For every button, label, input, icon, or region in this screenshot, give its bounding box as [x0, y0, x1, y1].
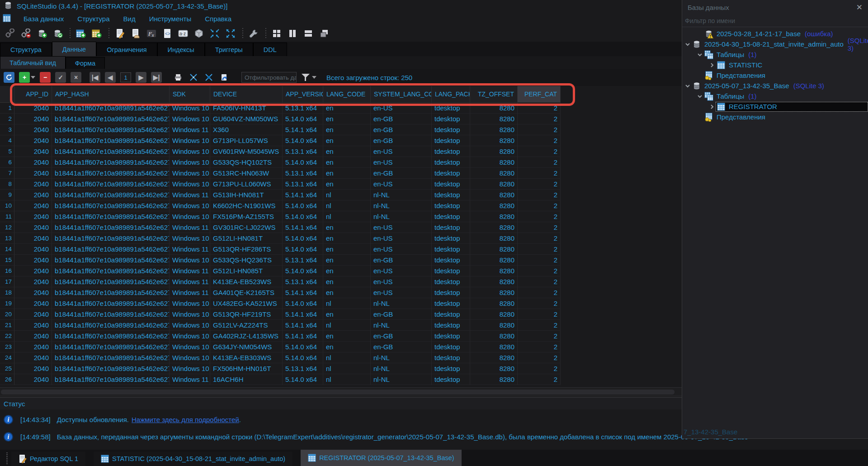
cell-perf_cat[interactable]: 2	[518, 374, 561, 385]
cell-app_hash[interactable]: b18441a1ff607e10a989891a5462e627	[52, 276, 170, 287]
cell-device[interactable]: G512LV-AZ224TS	[210, 320, 283, 331]
cell-app_hash[interactable]: b18441a1ff607e10a989891a5462e627	[52, 179, 170, 190]
cell-perf_cat[interactable]: 2	[518, 103, 561, 114]
cell-tz_offset[interactable]: 8280	[470, 222, 518, 233]
cell-lang_pack[interactable]: tdesktop	[432, 222, 470, 233]
cell-app_hash[interactable]: b18441a1ff607e10a989891a5462e627	[52, 157, 170, 168]
cell-perf_cat[interactable]: 2	[518, 298, 561, 309]
cell-app_version[interactable]: 5.13.1 x64	[283, 276, 323, 287]
add-row-dropdown-icon[interactable]	[31, 76, 35, 79]
cell-sdk[interactable]: Windows 11	[170, 276, 210, 287]
cell-app_id[interactable]: 2040	[14, 331, 52, 342]
cell-app_version[interactable]: 5.13.1 x64	[283, 179, 323, 190]
cell-perf_cat[interactable]: 2	[518, 363, 561, 374]
refresh-data-icon[interactable]	[4, 72, 14, 83]
cell-perf_cat[interactable]: 2	[518, 168, 561, 179]
column-header-app_version[interactable]: APP_VERSION	[283, 86, 323, 103]
row-number[interactable]: 7	[0, 168, 14, 179]
cell-app_id[interactable]: 2040	[14, 309, 52, 320]
cell-sdk[interactable]: Windows 10	[170, 233, 210, 244]
cell-lang_pack[interactable]: tdesktop	[432, 331, 470, 342]
cell-lang_code[interactable]: en	[323, 342, 371, 352]
cell-tz_offset[interactable]: 8280	[470, 103, 518, 114]
cell-perf_cat[interactable]: 2	[518, 190, 561, 200]
cell-app_version[interactable]: 5.14.1 x64	[283, 287, 323, 298]
cell-device[interactable]: K6602HC-N1901WS	[210, 200, 283, 211]
cell-app_id[interactable]: 2040	[14, 233, 52, 244]
database-reload-icon[interactable]	[52, 28, 64, 39]
bottom-tab-registrator[interactable]: REGISTRATOR (2025-05-07_13-42-35_Base)	[301, 450, 461, 466]
cell-sdk[interactable]: Windows 10	[170, 363, 210, 374]
prev-row-icon[interactable]: ◀	[105, 72, 116, 83]
cell-device[interactable]: G513RC-HN063W	[210, 168, 283, 179]
cell-system_lang_code[interactable]: nl-NL	[371, 190, 432, 200]
menu-структура[interactable]: Структура	[76, 14, 110, 24]
cell-tz_offset[interactable]: 8280	[470, 244, 518, 255]
cell-sdk[interactable]: Windows 10	[170, 320, 210, 331]
cell-app_version[interactable]: 5.14.0 x64	[283, 200, 323, 211]
cell-lang_code[interactable]: en	[323, 255, 371, 266]
cell-system_lang_code[interactable]: en-US	[371, 287, 432, 298]
cell-app_id[interactable]: 2040	[14, 255, 52, 266]
row-number[interactable]: 11	[0, 211, 14, 222]
cell-device[interactable]: GA402RJZ-L4135WS	[210, 331, 283, 342]
cell-app_id[interactable]: 2040	[14, 320, 52, 331]
cell-lang_code[interactable]: en	[323, 222, 371, 233]
cell-app_version[interactable]: 5.14.1 x64	[283, 309, 323, 320]
cell-app_hash[interactable]: b18441a1ff607e10a989891a5462e627	[52, 135, 170, 146]
layout-columns-icon[interactable]	[287, 28, 298, 39]
cell-lang_code[interactable]: en	[323, 168, 371, 179]
cell-lang_pack[interactable]: tdesktop	[432, 200, 470, 211]
cell-lang_pack[interactable]: tdesktop	[432, 124, 470, 135]
disconnect-icon[interactable]	[20, 28, 32, 39]
cell-app_id[interactable]: 2040	[14, 179, 52, 190]
cell-lang_pack[interactable]: tdesktop	[432, 374, 470, 385]
cell-tz_offset[interactable]: 8280	[470, 298, 518, 309]
menu-справка[interactable]: Справка	[204, 14, 232, 24]
cell-system_lang_code[interactable]: en-GB	[371, 331, 432, 342]
cell-tz_offset[interactable]: 8280	[470, 342, 518, 352]
chevron-down-icon[interactable]	[696, 52, 703, 57]
chevron-right-icon[interactable]	[708, 62, 716, 68]
row-number[interactable]: 16	[0, 266, 14, 276]
page-number-box[interactable]: 1	[120, 72, 131, 82]
cell-tz_offset[interactable]: 8280	[470, 287, 518, 298]
cell-device[interactable]: GV601RW-M5045WS	[210, 146, 283, 157]
cell-app_version[interactable]: 5.14.0 x64	[283, 233, 323, 244]
cell-app_id[interactable]: 2040	[14, 363, 52, 374]
tree-item-body[interactable]: Таблицы(1)	[703, 91, 868, 101]
row-number[interactable]: 19	[0, 298, 14, 309]
cell-lang_code[interactable]: en	[323, 287, 371, 298]
cell-lang_code[interactable]: en	[323, 135, 371, 146]
rollback-all-icon[interactable]	[203, 72, 214, 83]
cell-device[interactable]: G513IH-HN081T	[210, 190, 283, 200]
cell-lang_code[interactable]: en	[323, 331, 371, 342]
cell-lang_pack[interactable]: tdesktop	[432, 244, 470, 255]
first-row-icon[interactable]: |◀	[90, 72, 100, 83]
row-number[interactable]: 8	[0, 179, 14, 190]
cell-perf_cat[interactable]: 2	[518, 233, 561, 244]
cell-lang_code[interactable]: en	[323, 309, 371, 320]
cell-system_lang_code[interactable]: en-GB	[371, 168, 432, 179]
row-number[interactable]: 15	[0, 255, 14, 266]
cell-perf_cat[interactable]: 2	[518, 222, 561, 233]
cell-device[interactable]: GV301RC-LJ022WS	[210, 222, 283, 233]
cell-device[interactable]: G512LI-HN081T	[210, 233, 283, 244]
subtab-форма[interactable]: Форма	[66, 57, 105, 69]
cell-device[interactable]: G512LI-HN085T	[210, 266, 283, 276]
column-header-app_hash[interactable]: APP_HASH	[52, 86, 170, 103]
cell-lang_pack[interactable]: tdesktop	[432, 342, 470, 352]
cell-perf_cat[interactable]: 2	[518, 320, 561, 331]
cell-sdk[interactable]: Windows 11	[170, 222, 210, 233]
cell-perf_cat[interactable]: 2	[518, 211, 561, 222]
cell-sdk[interactable]: Windows 11	[170, 266, 210, 276]
cell-system_lang_code[interactable]: nl-NL	[371, 374, 432, 385]
cell-lang_code[interactable]: en	[323, 179, 371, 190]
cell-tz_offset[interactable]: 8280	[470, 200, 518, 211]
scrollbar-thumb[interactable]	[1, 390, 675, 395]
tree-item-body[interactable]: 2025-03-28_14-21-17_base(ошибка)	[703, 29, 868, 39]
cell-perf_cat[interactable]: 2	[518, 200, 561, 211]
column-header-lang_code[interactable]: LANG_CODE	[323, 86, 371, 103]
cell-lang_code[interactable]: en	[323, 157, 371, 168]
cell-app_hash[interactable]: b18441a1ff607e10a989891a5462e627	[52, 146, 170, 157]
